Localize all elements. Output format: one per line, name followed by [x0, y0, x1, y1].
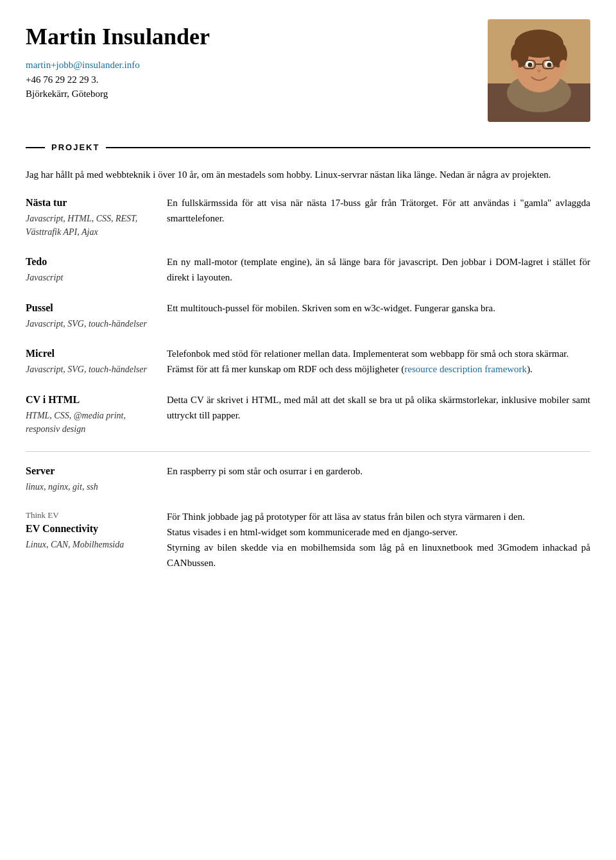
- project-desc-text-ev-2: Status visades i en html-widget som komm…: [167, 524, 590, 540]
- project-desc-pussel: Ett multitouch-pussel för mobilen. Skriv…: [167, 300, 590, 316]
- project-title-server: Server: [26, 463, 154, 479]
- svg-point-11: [547, 63, 552, 67]
- project-desc-text-cv: Detta CV är skrivet i HTML, med mål att …: [167, 392, 590, 423]
- location: Björkekärr, Göteborg: [26, 87, 475, 101]
- project-tags-ev: Linux, CAN, Mobilhemsida: [26, 538, 154, 551]
- section-divider-hr: [26, 451, 590, 452]
- project-desc-text-micrel-2: Främst för att få mer kunskap om RDF och…: [167, 361, 590, 377]
- project-title-tedo: Tedo: [26, 254, 154, 270]
- section-label-projekt: PROJEKT: [51, 141, 99, 154]
- project-company-ev: Think EV: [26, 509, 154, 522]
- project-desc-ev: För Think jobbade jag på prototyper för …: [167, 509, 590, 571]
- project-row-ev: Think EV EV Connectivity Linux, CAN, Mob…: [26, 509, 590, 571]
- project-left-cv: CV i HTML HTML, CSS, @media print, respo…: [26, 392, 167, 436]
- header: Martin Insulander martin+jobb@insulander…: [26, 19, 590, 122]
- project-left-pussel: Pussel Javascript, SVG, touch-händelser: [26, 300, 167, 331]
- divider-line-left: [26, 147, 45, 148]
- profile-photo: [488, 19, 590, 122]
- project-row-micrel: Micrel Javascript, SVG, touch-händelser …: [26, 346, 590, 377]
- project-tags-tedo: Javascript: [26, 271, 154, 284]
- project-desc-micrel: Telefonbok med stöd för relationer mella…: [167, 346, 590, 377]
- project-desc-server: En raspberry pi som står och osurrar i e…: [167, 463, 590, 479]
- project-tags-micrel: Javascript, SVG, touch-händelser: [26, 363, 154, 376]
- project-desc-text-tedo: En ny mall-motor (template engine), än s…: [167, 254, 590, 285]
- project-row-nasta-tur: Nästa tur Javascript, HTML, CSS, REST, V…: [26, 195, 590, 239]
- project-desc-text-ev-3: Styrning av bilen skedde via en mobilhem…: [167, 540, 590, 571]
- projects-list: Nästa tur Javascript, HTML, CSS, REST, V…: [26, 195, 590, 571]
- rdf-link[interactable]: resource description framework: [404, 364, 527, 374]
- project-left-nasta-tur: Nästa tur Javascript, HTML, CSS, REST, V…: [26, 195, 167, 239]
- project-title-nasta-tur: Nästa tur: [26, 195, 154, 211]
- project-row-server: Server linux, nginx, git, ssh En raspber…: [26, 463, 590, 494]
- divider-line-right: [106, 147, 590, 148]
- project-desc-text-server: En raspberry pi som står och osurrar i e…: [167, 463, 590, 479]
- svg-point-10: [528, 63, 533, 67]
- project-title-micrel: Micrel: [26, 346, 154, 361]
- project-row-tedo: Tedo Javascript En ny mall-motor (templa…: [26, 254, 590, 285]
- project-desc-text-ev-1: För Think jobbade jag på prototyper för …: [167, 509, 590, 524]
- project-desc-text-nasta-tur: En fullskärmssida för att visa när nästa…: [167, 195, 590, 226]
- svg-point-18: [560, 60, 567, 71]
- project-left-tedo: Tedo Javascript: [26, 254, 167, 284]
- project-desc-cv: Detta CV är skrivet i HTML, med mål att …: [167, 392, 590, 423]
- project-left-server: Server linux, nginx, git, ssh: [26, 463, 167, 494]
- project-tags-cv: HTML, CSS, @media print, responsiv desig…: [26, 409, 154, 436]
- project-title-pussel: Pussel: [26, 300, 154, 316]
- project-tags-server: linux, nginx, git, ssh: [26, 480, 154, 494]
- project-row-cv: CV i HTML HTML, CSS, @media print, respo…: [26, 392, 590, 436]
- project-desc-nasta-tur: En fullskärmssida för att visa när nästa…: [167, 195, 590, 226]
- project-title-ev: EV Connectivity: [26, 521, 154, 537]
- person-name: Martin Insulander: [26, 19, 475, 54]
- projekt-section-header: PROJEKT: [26, 141, 590, 154]
- svg-point-17: [511, 60, 518, 71]
- project-left-micrel: Micrel Javascript, SVG, touch-händelser: [26, 346, 167, 376]
- project-row-pussel: Pussel Javascript, SVG, touch-händelser …: [26, 300, 590, 331]
- phone-number: +46 76 29 22 29 3.: [26, 73, 475, 87]
- email-link[interactable]: martin+jobb@insulander.info: [26, 58, 475, 73]
- project-desc-tedo: En ny mall-motor (template engine), än s…: [167, 254, 590, 285]
- project-tags-nasta-tur: Javascript, HTML, CSS, REST, Västtrafik …: [26, 212, 154, 239]
- intro-paragraph: Jag har hållt på med webbteknik i över 1…: [26, 167, 590, 182]
- project-desc-text-micrel-1: Telefonbok med stöd för relationer mella…: [167, 346, 590, 361]
- project-desc-text-pussel: Ett multitouch-pussel för mobilen. Skriv…: [167, 300, 590, 316]
- project-left-ev: Think EV EV Connectivity Linux, CAN, Mob…: [26, 509, 167, 552]
- header-left: Martin Insulander martin+jobb@insulander…: [26, 19, 475, 101]
- project-title-cv: CV i HTML: [26, 392, 154, 408]
- project-tags-pussel: Javascript, SVG, touch-händelser: [26, 317, 154, 331]
